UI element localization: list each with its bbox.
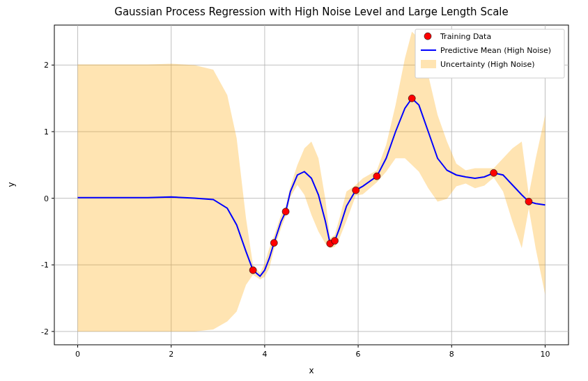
y-ticks: -2-1012 [41, 61, 54, 336]
svg-rect-48 [421, 60, 436, 68]
svg-text:0: 0 [75, 350, 80, 359]
x-axis-label: x [309, 366, 314, 375]
svg-point-44 [424, 33, 431, 40]
svg-text:2: 2 [169, 350, 173, 359]
svg-text:Predictive Mean (High Noise): Predictive Mean (High Noise) [440, 46, 551, 55]
svg-text:6: 6 [356, 350, 361, 359]
svg-point-19 [490, 169, 497, 176]
svg-text:0: 0 [44, 194, 49, 203]
svg-point-12 [270, 240, 277, 247]
svg-point-16 [353, 187, 359, 194]
svg-text:2: 2 [44, 61, 49, 70]
y-axis-label: y [6, 182, 16, 187]
svg-point-11 [249, 267, 256, 274]
chart-title: Gaussian Process Regression with High No… [114, 6, 508, 18]
svg-point-17 [373, 173, 380, 180]
svg-text:10: 10 [540, 350, 550, 359]
x-ticks: 0246810 [75, 345, 550, 359]
svg-text:Uncertainty (High Noise): Uncertainty (High Noise) [440, 60, 535, 69]
svg-text:1: 1 [44, 127, 49, 137]
svg-point-13 [282, 208, 289, 215]
svg-text:-1: -1 [41, 261, 49, 270]
svg-point-18 [408, 95, 415, 102]
svg-text:8: 8 [449, 350, 454, 359]
svg-text:Training Data: Training Data [440, 32, 491, 41]
svg-text:-2: -2 [41, 327, 49, 336]
svg-point-15 [332, 238, 339, 244]
svg-text:4: 4 [262, 350, 267, 359]
svg-point-20 [525, 198, 532, 205]
legend: Training DataPredictive Mean (High Noise… [415, 29, 564, 78]
